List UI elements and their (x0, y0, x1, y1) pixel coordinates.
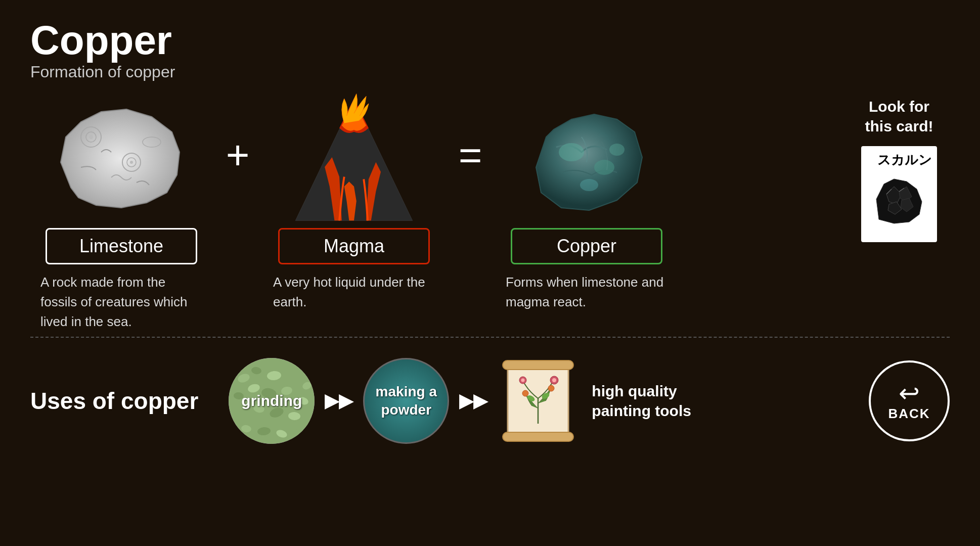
section-divider (30, 337, 950, 338)
svg-point-10 (580, 179, 598, 191)
svg-rect-36 (503, 432, 573, 441)
volcano-illustration (283, 89, 425, 225)
uses-title: Uses of copper (30, 387, 198, 415)
svg-point-41 (548, 385, 554, 391)
magma-col: Magma A very hot liquid under the earth. (263, 92, 445, 312)
svg-point-11 (609, 144, 625, 156)
copper-col: Copper Forms when limestone and magma re… (496, 92, 678, 312)
svg-point-42 (522, 390, 528, 396)
back-arrow-icon: ↩ (899, 381, 920, 406)
limestone-illustration (51, 97, 192, 218)
process-flow: grinding ▶▶ making apowder ▶▶ (229, 358, 691, 444)
formation-row: Limestone A rock made from the fossils o… (30, 92, 950, 332)
svg-rect-35 (503, 360, 573, 370)
svg-point-8 (559, 143, 584, 161)
svg-point-2 (89, 135, 93, 139)
items-section: Limestone A rock made from the fossils o… (30, 92, 849, 332)
arrow-2: ▶▶ (459, 390, 487, 412)
limestone-label: Limestone (46, 228, 197, 264)
magma-label: Magma (278, 228, 430, 264)
card-japanese-text: スカルン (866, 151, 932, 169)
powder-label: making apowder (376, 383, 437, 420)
painting-tools-label: high qualitypainting tools (592, 381, 691, 421)
powder-step: making apowder (363, 358, 449, 444)
grinding-step: grinding (229, 358, 315, 444)
copper-description: Forms when limestone and magma react. (506, 272, 667, 312)
back-label: BACK (888, 406, 930, 422)
plus-operator: + (212, 132, 263, 178)
page-subtitle: Formation of copper (30, 63, 950, 81)
limestone-description: A rock made from the fossils of creature… (40, 272, 202, 332)
limestone-image-area (40, 92, 202, 223)
svg-point-5 (130, 161, 133, 164)
skarn-illustration (869, 169, 929, 230)
grinding-circle: grinding (229, 358, 315, 444)
svg-point-38 (552, 378, 556, 382)
bottom-section: Uses of copper (30, 348, 950, 454)
back-button[interactable]: ↩ BACK (869, 360, 950, 441)
title-section: Copper Formation of copper (30, 20, 950, 81)
copper-rock-illustration (516, 97, 657, 218)
painting-scroll (498, 358, 578, 444)
powder-circle: making apowder (363, 358, 449, 444)
svg-point-9 (594, 160, 614, 175)
magma-image-area (273, 92, 435, 223)
magma-description: A very hot liquid under the earth. (273, 272, 435, 312)
grinding-label: grinding (241, 392, 302, 410)
look-for-text: Look forthis card! (865, 97, 933, 136)
limestone-col: Limestone A rock made from the fossils o… (30, 92, 212, 332)
look-for-card: Look forthis card! スカルン (849, 97, 950, 332)
card-image: スカルン (861, 146, 937, 242)
copper-label: Copper (511, 228, 662, 264)
equals-operator: = (445, 132, 496, 178)
arrow-1: ▶▶ (325, 390, 353, 412)
svg-point-40 (521, 379, 525, 382)
copper-rock-area (506, 92, 667, 223)
main-container: Copper Formation of copper (0, 0, 980, 546)
page-title: Copper (30, 20, 950, 61)
painting-tools-step: high qualitypainting tools (498, 358, 691, 444)
